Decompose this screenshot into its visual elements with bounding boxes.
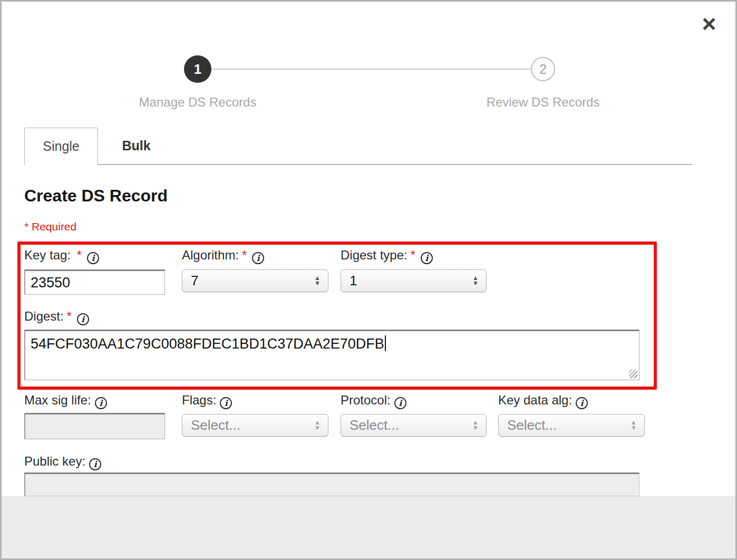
protocol-label: Protocol:i (341, 393, 406, 409)
key-data-alg-info-icon[interactable]: i (576, 397, 588, 409)
protocol-label-text: Protocol: (341, 393, 391, 407)
arrow-down-icon: ▼ (472, 281, 479, 286)
digest-type-label-text: Digest type: (341, 248, 408, 262)
required-note: * Required (24, 220, 76, 233)
key-tag-label-text: Key tag: (24, 248, 71, 262)
stepper-connector-line (211, 69, 531, 70)
select-arrows-icon: ▲▼ (314, 420, 321, 431)
key-tag-required-marker: * (77, 248, 82, 262)
flags-label-text: Flags: (182, 393, 216, 407)
public-key-textarea[interactable] (24, 472, 639, 496)
select-arrows-icon: ▲▼ (472, 420, 479, 431)
digest-type-select[interactable]: 1 ▲▼ (341, 269, 487, 292)
algorithm-label: Algorithm:*i (182, 248, 264, 264)
text-cursor (385, 335, 386, 351)
max-sig-life-input[interactable] (24, 413, 165, 439)
flags-info-icon[interactable]: i (220, 397, 232, 409)
digest-type-label: Digest type:*i (341, 248, 433, 264)
digest-required-marker: * (67, 310, 72, 323)
arrow-down-icon: ▼ (472, 426, 479, 431)
step-2-circle: 2 (531, 57, 555, 81)
key-data-alg-label: Key data alg:i (498, 393, 588, 409)
step-2-label: Review DS Records (438, 95, 648, 110)
algorithm-required-marker: * (242, 248, 247, 262)
public-key-info-icon[interactable]: i (89, 458, 101, 470)
algorithm-select[interactable]: 7 ▲▼ (182, 269, 328, 292)
arrow-down-icon: ▼ (631, 426, 637, 431)
arrow-down-icon: ▼ (314, 281, 321, 286)
algorithm-info-icon[interactable]: i (252, 252, 264, 264)
digest-textarea[interactable]: 54FCF030AA1C79C0088FDEC1BD1C37DAA2E70DFB (24, 330, 639, 380)
digest-type-select-value: 1 (350, 273, 357, 289)
protocol-info-icon[interactable]: i (394, 397, 406, 409)
protocol-select-value: Select... (350, 417, 399, 433)
max-sig-life-info-icon[interactable]: i (95, 397, 107, 409)
algorithm-select-value: 7 (191, 273, 198, 289)
protocol-select[interactable]: Select... ▲▼ (341, 414, 487, 437)
digest-type-required-marker: * (411, 248, 415, 262)
key-data-alg-select[interactable]: Select... ▲▼ (498, 414, 645, 437)
public-key-label: Public key:i (24, 454, 101, 470)
flags-label: Flags:i (182, 393, 232, 409)
digest-type-info-icon[interactable]: i (421, 252, 433, 264)
step-1-circle: 1 (184, 55, 211, 83)
page-title: Create DS Record (24, 186, 168, 206)
algorithm-label-text: Algorithm: (182, 248, 239, 262)
step-1-label: Manage DS Records (92, 95, 303, 110)
select-arrows-icon: ▲▼ (314, 276, 321, 286)
create-ds-record-modal: { "icons": { "close": "×", "info": "i", … (0, 0, 737, 560)
modal-footer: Cancel Back Next (2, 496, 735, 558)
digest-label: Digest:*i (24, 309, 89, 325)
flags-select-value: Select... (191, 417, 240, 433)
max-sig-life-label-text: Max sig life: (24, 393, 91, 407)
key-data-alg-label-text: Key data alg: (498, 393, 572, 407)
flags-select[interactable]: Select... ▲▼ (182, 414, 328, 437)
digest-value: 54FCF030AA1C79C0088FDEC1BD1C37DAA2E70DFB (31, 336, 384, 352)
tab-single[interactable]: Single (24, 128, 98, 165)
key-tag-label: Key tag:*i (24, 248, 99, 264)
max-sig-life-label: Max sig life:i (24, 393, 107, 409)
key-tag-input[interactable] (24, 269, 165, 295)
tab-bulk[interactable]: Bulk (98, 128, 174, 165)
select-arrows-icon: ▲▼ (631, 420, 637, 431)
select-arrows-icon: ▲▼ (472, 276, 479, 286)
close-icon[interactable]: × (696, 11, 722, 36)
digest-info-icon[interactable]: i (77, 313, 89, 325)
resize-handle[interactable] (629, 370, 637, 378)
public-key-label-text: Public key: (24, 454, 85, 468)
arrow-down-icon: ▼ (314, 426, 321, 431)
digest-label-text: Digest: (24, 309, 64, 323)
tab-divider-line (98, 164, 692, 165)
key-tag-info-icon[interactable]: i (87, 252, 99, 264)
key-data-alg-select-value: Select... (507, 417, 557, 433)
